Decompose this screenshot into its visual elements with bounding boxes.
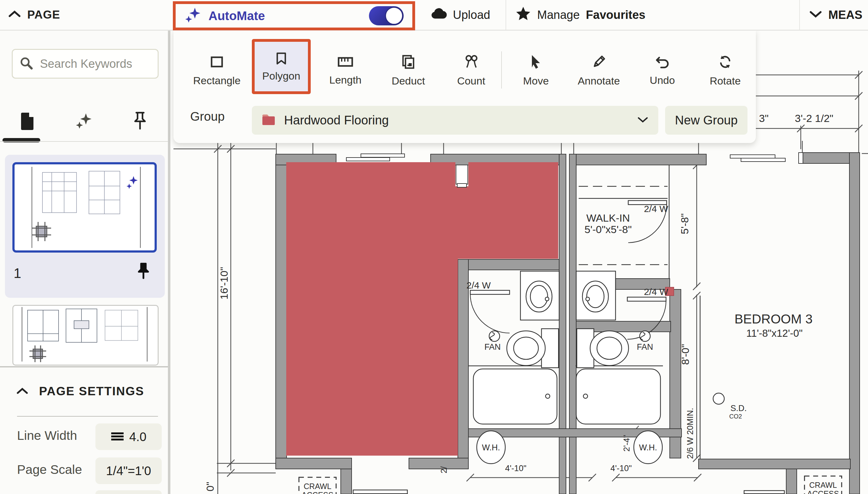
crawl-access-1b: ACCESS xyxy=(302,491,334,494)
measurement-toolbar: Rectangle Polygon Length Deduct Count Mo… xyxy=(173,30,756,143)
polygon-icon xyxy=(274,51,289,65)
automate-toggle[interactable] xyxy=(369,6,404,25)
new-group-label: New Group xyxy=(675,113,738,127)
chevron-down-icon xyxy=(636,116,649,125)
upload-label: Upload xyxy=(453,8,490,22)
undo-icon xyxy=(655,55,670,69)
divider xyxy=(0,98,168,99)
cursor-icon xyxy=(530,55,542,69)
dim-3ft-2half: 3'-2 1/2" xyxy=(795,112,833,124)
fire-rating-label: 2/6 W 20MIN. xyxy=(686,407,695,459)
topbar-divider-2 xyxy=(799,0,800,30)
wall xyxy=(276,154,287,469)
manage-label: Manage xyxy=(537,8,579,22)
sparkles-icon xyxy=(184,6,202,25)
tool-annotate[interactable]: Annotate xyxy=(572,41,626,100)
page-number: 1 xyxy=(14,266,21,281)
measurements-label: MEAS xyxy=(828,8,863,22)
room-size-walkin: 5'-0"x5'-8" xyxy=(585,224,632,235)
smoke-detector-icon xyxy=(713,393,724,404)
page-scale-value: 1/4"=1'0 xyxy=(106,464,151,478)
tool-deduct[interactable]: Deduct xyxy=(381,41,436,100)
tab-pages[interactable] xyxy=(0,101,56,140)
wh-label-2: W.H. xyxy=(639,443,657,452)
search-input[interactable] xyxy=(39,57,152,71)
toolbar-divider xyxy=(501,51,502,89)
tool-count[interactable]: Count xyxy=(444,41,498,100)
page-scale-label: Page Scale xyxy=(17,462,82,477)
dim-3in: 3" xyxy=(759,112,769,124)
bathtub-icon xyxy=(473,369,557,424)
dim-4-10-a: 4'-10" xyxy=(505,464,527,473)
sidebar-tabs xyxy=(0,101,168,140)
page-settings-header[interactable]: PAGE SETTINGS xyxy=(16,384,144,398)
tab-automate[interactable] xyxy=(56,101,112,140)
page-thumbnail-2[interactable] xyxy=(13,305,159,365)
page-sidebar: 1 xyxy=(0,30,170,494)
calibration-marker xyxy=(32,222,51,241)
manage-favourites-button[interactable]: Manage Favourites xyxy=(516,0,646,30)
tab-pinned[interactable] xyxy=(112,101,168,140)
dim-4-10-b: 4'-10" xyxy=(611,464,632,473)
line-width-icon xyxy=(111,430,124,444)
room-label-walkin: WALK-IN xyxy=(586,212,630,224)
chevron-down-icon xyxy=(809,8,822,22)
line-width-control[interactable]: 4.0 xyxy=(95,423,162,450)
ruler-icon xyxy=(338,55,353,69)
tool-undo[interactable]: Undo xyxy=(635,41,689,100)
crawl-access-1a: CRAWL xyxy=(303,482,331,491)
automate-label: AutoMate xyxy=(208,9,265,23)
fan-icon xyxy=(489,331,500,341)
calibration-marker xyxy=(30,345,46,362)
page-icon xyxy=(20,111,36,131)
tool-rotate[interactable]: Rotate xyxy=(698,41,753,100)
folder-icon xyxy=(261,113,276,128)
chevron-up-icon xyxy=(16,384,29,398)
tool-move[interactable]: Move xyxy=(509,41,563,100)
tool-rectangle[interactable]: Rectangle xyxy=(189,41,244,100)
dim-2-4: 2'-4" xyxy=(622,435,631,452)
thumbnail-1-image[interactable] xyxy=(13,162,157,252)
divider xyxy=(0,141,168,142)
top-bar: PAGE Upload Manage Favourites MEAS xyxy=(0,0,868,31)
upload-cloud-icon xyxy=(430,7,447,23)
sparkles-icon xyxy=(75,112,93,130)
fan-label-2: FAN xyxy=(637,342,653,352)
star-icon xyxy=(516,6,531,24)
door-label-1: 2/4 W xyxy=(466,280,491,290)
search-icon xyxy=(19,56,33,71)
group-selected-value: Hardwood Flooring xyxy=(284,113,389,127)
co2-label: CO2 xyxy=(729,413,742,420)
dim-5-8: 5'-8" xyxy=(679,213,690,234)
crawl-access-2b: ACCESS xyxy=(807,489,839,494)
door-label-2: 2/4 W xyxy=(644,204,668,214)
divider xyxy=(17,416,158,417)
rotate-icon xyxy=(718,55,733,69)
dim-8-0: 8'-0" xyxy=(679,344,691,365)
measurements-section-header[interactable]: MEAS xyxy=(809,0,863,30)
crawl-access-2a: CRAWL xyxy=(809,481,837,489)
new-group-button[interactable]: New Group xyxy=(665,106,747,135)
pin-icon xyxy=(133,111,147,131)
dim-16-10: 16'-10" xyxy=(218,267,230,300)
group-dropdown[interactable]: Hardwood Flooring xyxy=(252,106,658,135)
line-width-value: 4.0 xyxy=(129,430,147,444)
room-label-bedroom3: BEDROOM 3 xyxy=(735,312,813,326)
group-row: Group Hardwood Flooring New Group xyxy=(173,104,756,138)
sd-label: S.D. xyxy=(731,404,747,413)
search-box[interactable] xyxy=(12,49,159,79)
line-width-label: Line Width xyxy=(17,429,77,443)
group-label: Group xyxy=(190,110,225,124)
automate-control[interactable]: AutoMate xyxy=(173,1,415,30)
upload-button[interactable]: Upload xyxy=(430,0,490,30)
page-panel-header[interactable]: PAGE xyxy=(8,0,60,30)
tool-polygon[interactable]: Polygon xyxy=(252,39,311,94)
count-icon xyxy=(464,55,479,69)
pin-icon[interactable] xyxy=(137,263,150,282)
page-settings-title: PAGE SETTINGS xyxy=(39,384,144,398)
tool-length[interactable]: Length xyxy=(318,41,373,100)
page-thumbnail-1[interactable]: 1 xyxy=(5,155,165,298)
pen-icon xyxy=(591,55,606,69)
page-scale-control[interactable]: 1/4"=1'0 xyxy=(95,457,162,484)
fan-label-1: FAN xyxy=(484,342,501,352)
